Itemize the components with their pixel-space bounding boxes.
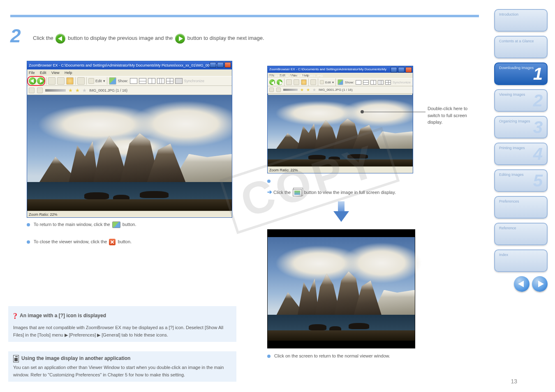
menu-view: View [51,71,59,75]
hand-icon [301,79,307,85]
print-icon [310,79,316,85]
edit-dropdown: Edit ▾ [88,78,105,84]
bullet-fullscreen-return: Click on the screen to return to the nor… [267,353,432,360]
page-next-button[interactable] [532,276,548,292]
sidebar-item-number: 2 [533,91,543,111]
file-info: IMG_0001.JPG (1 / 16) [319,88,353,92]
sidebar-item-downloading-images[interactable]: Downloading Images1 [494,62,548,85]
step-number: 2 [10,25,21,47]
status-bar: Zoom Ratio: 22% [27,211,232,217]
bullet-text: To return to the main window, click the [34,222,111,227]
zoom-slider [283,89,298,91]
toolbar: Edit ▾ Show: Synchronize [27,76,232,86]
star-icon: ★ [312,88,316,92]
zoom-out-icon [294,79,299,85]
pane-1 [130,78,137,84]
prev-arrow-icon [56,34,65,44]
sidebar-item-editing-images[interactable]: Editing Images5 [494,169,548,192]
edit-dropdown: Edit ▾ [320,80,334,84]
menu-edit: Edit [40,71,46,75]
sidebar-item-index[interactable]: Index [494,249,548,272]
slideshow-icon [109,77,116,85]
sync-label: Synchronize [393,81,411,84]
viewer-window-right: ZoomBrowser EX - C:\Documents and Settin… [267,66,413,173]
sidebar-nav: IntroductionContents at a GlanceDownload… [494,9,548,292]
sidebar-item-organizing-images[interactable]: Organizing Images3 [494,116,548,138]
sidebar-item-contents-at-a-glance[interactable]: Contents at a Glance [494,36,548,58]
sidebar-item-label: Reference [499,226,543,231]
pane-4 [385,80,391,85]
sidebar-item-number: 3 [533,118,543,137]
pane-vvv [157,78,164,84]
bullet-return-main: To return to the main window, click the … [27,221,232,228]
status-bar: Zoom Ratio: 22% [268,166,413,173]
note-question: ?An image with a [?] icon is displayed I… [8,306,236,342]
page-prev-button[interactable] [514,276,530,292]
toolbar-secondary: ★ ★ ★ IMG_0001.JPG (1 / 16) [27,86,232,95]
sidebar-item-printing-images[interactable]: Printing Images4 [494,143,548,165]
pane-h [139,78,146,84]
viewer-window-left: ZoomBrowser EX - C:\Documents and Settin… [27,61,232,218]
toolbar-secondary: ★ ★ ★ IMG_0001.JPG (1 / 16) [268,86,413,94]
step-text-mid: button to display the previous image and… [68,35,174,41]
zoom-slider [45,89,66,92]
fullscreen-preview [267,229,415,348]
thumb-icon [37,88,43,93]
note-info: Using the image display in another appli… [8,351,236,382]
note-heading: An image with a [?] icon is displayed [20,312,106,320]
star-icon: ★ [300,88,304,92]
sidebar-item-viewing-images[interactable]: Viewing Images2 [494,89,548,112]
close-icon [109,239,116,245]
toolbar-prev-icon [269,79,275,85]
slideshow-button-icon [293,189,302,196]
zoom-out-icon [57,77,65,85]
slideshow-icon [338,79,343,85]
step-instruction: Click the button to display the previous… [33,34,264,44]
pane-h [363,80,369,85]
callout-text: Double-click here to switch to full scre… [428,105,481,126]
toolbar: Edit ▾ Show: Synchronize [268,78,413,86]
sidebar-item-label: Preferences [499,199,543,204]
photo-mountain [268,95,413,166]
arrow-right-icon: ➔ [267,189,272,195]
star-icon: ★ [306,88,310,92]
window-controls [210,62,231,68]
fullscreen-instruction: ➔ Click the button to view the image in … [267,187,473,196]
pane-info [175,78,183,84]
menu-file: File [29,71,35,75]
star-icon: ★ [82,88,87,93]
menu-help: Help [65,71,72,75]
callout-dot [361,110,364,113]
sidebar-item-preferences[interactable]: Preferences [494,196,548,219]
zoom-in-icon [48,77,56,85]
thumb-icon [276,88,281,92]
note-heading: Using the image display in another appli… [21,355,130,362]
step-text-before: Click the [33,35,55,41]
return-to-main-icon [112,221,120,228]
sidebar-item-label: Introduction [499,12,543,17]
pane-1 [356,80,361,85]
star-icon: ★ [68,88,73,93]
sync-label: Synchronize [184,79,205,83]
sidebar-item-label: Contents at a Glance [499,39,543,44]
sidebar-item-number: 5 [533,171,543,191]
pane-v [148,78,155,84]
instruction-text: Click the [273,190,292,195]
red-highlight-ring [27,76,45,86]
instruction-text: button to view the image in full screen … [304,190,396,195]
next-arrow-icon [175,34,185,44]
window-title: ZoomBrowser EX - C:\Documents and Settin… [29,63,222,67]
bullet-close-viewer: To close the viewer window, click the bu… [27,238,232,245]
bullet-text: button. [118,239,132,244]
bullet-text: button. [123,222,136,227]
sidebar-item-reference[interactable]: Reference [494,223,548,245]
photo-mountain [27,95,232,211]
sidebar-item-introduction[interactable]: Introduction [494,9,548,32]
sidebar-item-number: 4 [533,144,543,164]
top-rule [10,15,479,17]
pane-vvv [378,80,384,85]
hand-icon [66,77,74,85]
window-controls [391,67,412,73]
bullet-text: To close the viewer window, click the [34,239,109,244]
menubar: File Edit View Help [27,69,232,76]
